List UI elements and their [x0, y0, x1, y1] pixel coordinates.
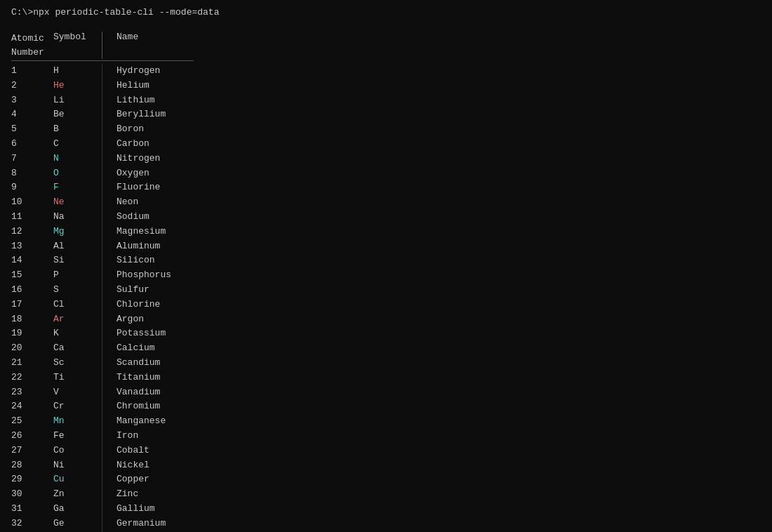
symbol-cell: Co [53, 444, 102, 458]
name-cell: Argon [102, 312, 243, 327]
name-cell: Sulfur [102, 283, 243, 298]
name-cell: Aluminum [102, 239, 243, 254]
table-row: 4BeBeryllium [11, 107, 761, 122]
symbol-cell: Ti [53, 371, 102, 385]
table-row: 1HHydrogen [11, 64, 761, 79]
symbol-cell: Al [53, 239, 102, 254]
symbol-cell: Ar [53, 312, 102, 327]
atomic-number-cell: 22 [11, 371, 53, 385]
header-atomic-number: AtomicNumber [11, 32, 53, 59]
symbol-cell: Na [53, 210, 102, 225]
atomic-number-cell: 4 [11, 107, 53, 122]
table-row: 32GeGermanium [11, 517, 761, 531]
name-cell: Vanadium [102, 385, 243, 400]
name-cell: Sodium [102, 210, 243, 225]
table-row: 11NaSodium [11, 210, 761, 225]
table-row: 20CaCalcium [11, 341, 761, 356]
name-cell: Cobalt [102, 444, 243, 458]
name-cell: Scandium [102, 356, 243, 371]
table-row: 8OOxygen [11, 166, 761, 181]
symbol-cell: Mn [53, 414, 102, 429]
symbol-cell: Cl [53, 298, 102, 312]
name-cell: Chlorine [102, 298, 243, 312]
atomic-number-cell: 26 [11, 429, 53, 444]
name-cell: Gallium [102, 502, 243, 517]
table-row: 9FFluorine [11, 180, 761, 195]
atomic-number-cell: 3 [11, 93, 53, 108]
atomic-number-cell: 24 [11, 399, 53, 414]
table-row: 6CCarbon [11, 137, 761, 152]
atomic-number-cell: 31 [11, 502, 53, 517]
symbol-cell: Zn [53, 487, 102, 502]
symbol-cell: Be [53, 107, 102, 122]
name-cell: Germanium [102, 517, 243, 531]
atomic-number-cell: 2 [11, 79, 53, 93]
symbol-cell: Cr [53, 399, 102, 414]
name-cell: Oxygen [102, 166, 243, 181]
atomic-number-cell: 23 [11, 385, 53, 400]
table-row: 27CoCobalt [11, 444, 761, 458]
symbol-cell: O [53, 166, 102, 181]
name-cell: Hydrogen [102, 64, 243, 79]
table-body: 1HHydrogen2HeHelium3LiLithium4BeBerylliu… [11, 64, 761, 532]
header-divider [11, 60, 194, 61]
table-row: 29CuCopper [11, 472, 761, 487]
name-cell: Beryllium [102, 107, 243, 122]
symbol-cell: Si [53, 253, 102, 268]
table-row: 28NiNickel [11, 458, 761, 473]
atomic-number-cell: 28 [11, 458, 53, 473]
table-row: 5BBoron [11, 122, 761, 137]
table-row: 10NeNeon [11, 195, 761, 210]
symbol-cell: S [53, 283, 102, 298]
table-row: 3LiLithium [11, 93, 761, 108]
symbol-cell: Ga [53, 502, 102, 517]
atomic-number-cell: 29 [11, 472, 53, 487]
atomic-number-cell: 8 [11, 166, 53, 181]
name-cell: Fluorine [102, 180, 243, 195]
command-line: C:\>npx periodic-table-cli --mode=data [11, 7, 761, 18]
atomic-number-cell: 12 [11, 225, 53, 239]
atomic-number-cell: 1 [11, 64, 53, 79]
name-cell: Iron [102, 429, 243, 444]
atomic-number-cell: 18 [11, 312, 53, 327]
symbol-cell: C [53, 137, 102, 152]
symbol-cell: N [53, 152, 102, 166]
symbol-cell: V [53, 385, 102, 400]
symbol-cell: K [53, 326, 102, 341]
table-row: 31GaGallium [11, 502, 761, 517]
name-cell: Lithium [102, 93, 243, 108]
atomic-number-cell: 10 [11, 195, 53, 210]
header-symbol: Symbol [53, 32, 102, 59]
symbol-cell: Fe [53, 429, 102, 444]
terminal-window: C:\>npx periodic-table-cli --mode=data A… [11, 7, 761, 532]
atomic-number-cell: 5 [11, 122, 53, 137]
table-row: 26FeIron [11, 429, 761, 444]
table-row: 7NNitrogen [11, 152, 761, 166]
table-row: 19KPotassium [11, 326, 761, 341]
atomic-number-cell: 16 [11, 283, 53, 298]
atomic-number-cell: 32 [11, 517, 53, 531]
table-row: 16SSulfur [11, 283, 761, 298]
table-row: 2HeHelium [11, 79, 761, 93]
table-row: 13AlAluminum [11, 239, 761, 254]
symbol-cell: P [53, 268, 102, 283]
symbol-cell: Cu [53, 472, 102, 487]
symbol-cell: F [53, 180, 102, 195]
table-header: AtomicNumber Symbol Name [11, 32, 761, 59]
table-row: 14SiSilicon [11, 253, 761, 268]
name-cell: Neon [102, 195, 243, 210]
atomic-number-cell: 17 [11, 298, 53, 312]
table-row: 23VVanadium [11, 385, 761, 400]
atomic-number-cell: 7 [11, 152, 53, 166]
atomic-number-cell: 11 [11, 210, 53, 225]
table-row: 21ScScandium [11, 356, 761, 371]
table-row: 24CrChromium [11, 399, 761, 414]
symbol-cell: H [53, 64, 102, 79]
symbol-cell: He [53, 79, 102, 93]
symbol-cell: Li [53, 93, 102, 108]
atomic-number-cell: 20 [11, 341, 53, 356]
atomic-number-cell: 30 [11, 487, 53, 502]
header-name: Name [102, 32, 243, 59]
table-row: 17ClChlorine [11, 298, 761, 312]
name-cell: Phosphorus [102, 268, 243, 283]
